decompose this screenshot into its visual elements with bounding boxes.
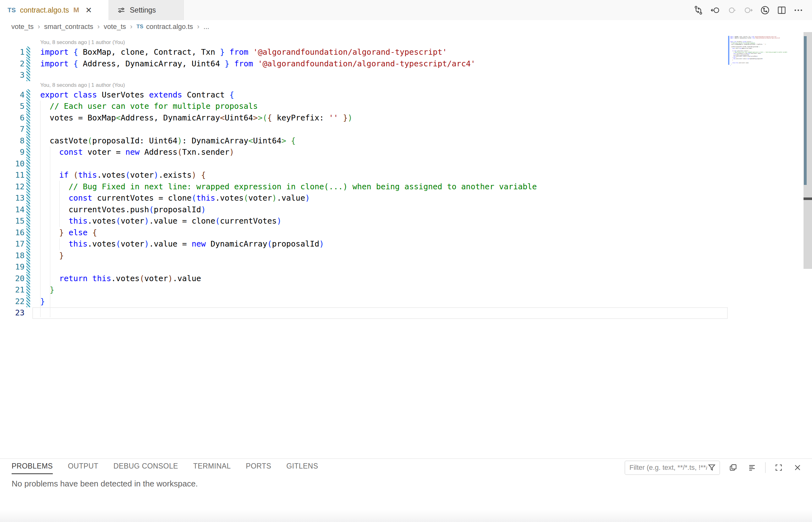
commit-graph-icon[interactable] [759, 4, 771, 16]
code-line-15[interactable]: 15 this.votes(voter).value = clone(curre… [0, 215, 812, 227]
code-line-5[interactable]: 5 // Each user can vote for multiple pro… [0, 101, 812, 112]
code-line-4[interactable]: 4export class UserVotes extends Contract… [0, 89, 812, 101]
git-added-gutter-marker [26, 124, 30, 135]
line-number[interactable]: 17 [0, 238, 24, 250]
breadcrumb-item[interactable]: vote_ts [104, 23, 126, 31]
code-line-16[interactable]: 16 } else { [0, 227, 812, 239]
code-line-18[interactable]: 18 } [0, 250, 812, 262]
code-line-13[interactable]: 13 const currentVotes = clone(this.votes… [0, 193, 812, 204]
problems-message: No problems have been detected in the wo… [12, 479, 198, 489]
panel-tab-terminal[interactable]: TERMINAL [193, 462, 231, 474]
scrollbar-thumb[interactable] [804, 32, 812, 269]
gitlens-blame-annotation[interactable]: You, 8 seconds ago | 1 author (You) [0, 81, 812, 89]
line-number[interactable]: 10 [0, 158, 24, 170]
code-text: import { Address, DynamicArray, Uint64 }… [40, 58, 476, 70]
line-number[interactable]: 3 [0, 69, 24, 81]
code-line-3[interactable]: 3 [0, 69, 812, 81]
code-line-6[interactable]: 6 votes = BoxMap<Address, DynamicArray<U… [0, 112, 812, 124]
code-line-9[interactable]: 9 const voter = new Address(Txn.sender) [0, 146, 812, 158]
close-panel-icon[interactable] [792, 462, 803, 473]
collapse-all-icon[interactable] [746, 462, 758, 473]
code-line-1[interactable]: 1import { BoxMap, clone, Contract, Txn }… [0, 46, 812, 58]
line-number[interactable]: 7 [0, 124, 24, 135]
line-number[interactable]: 14 [0, 204, 24, 216]
panel-tab-ports[interactable]: PORTS [246, 462, 271, 474]
code-line-3: 3 [730, 39, 794, 40]
more-actions-icon[interactable] [792, 4, 804, 16]
git-added-gutter-marker [26, 135, 30, 147]
code-line-10[interactable]: 10 [0, 158, 812, 170]
code-text: votes = BoxMap<Address, DynamicArray<Uin… [40, 112, 353, 124]
code-line-12[interactable]: 12 // Bug Fixed in next line: wrapped ex… [0, 181, 812, 193]
previous-change-icon[interactable] [709, 4, 721, 16]
git-added-gutter-marker [26, 181, 30, 193]
split-editor-icon[interactable] [776, 4, 787, 16]
code-line-8[interactable]: 8 castVote(proposalId: Uint64): DynamicA… [0, 135, 812, 147]
line-number[interactable]: 18 [0, 250, 24, 262]
line-number[interactable]: 8 [0, 135, 24, 147]
line-number[interactable]: 22 [0, 296, 24, 307]
tab-settings[interactable]: Settings [108, 0, 184, 20]
git-added-gutter-marker [26, 89, 30, 101]
line-number[interactable]: 20 [0, 273, 24, 285]
line-number[interactable]: 1 [0, 46, 24, 58]
panel-tab-gitlens[interactable]: GITLENS [286, 462, 318, 474]
line-number[interactable]: 13 [0, 193, 24, 204]
view-as-table-icon[interactable] [727, 462, 739, 473]
minimap-code: You, 8 seconds ago | 1 author (You)1impo… [730, 35, 794, 67]
editor-scrollbar[interactable] [804, 0, 812, 459]
breadcrumb-item[interactable]: smart_contracts [44, 23, 93, 31]
code-line-21[interactable]: 21 } [0, 284, 812, 296]
line-number[interactable]: 5 [0, 101, 24, 112]
line-number[interactable]: 11 [0, 169, 24, 181]
code-line-22[interactable]: 22} [0, 296, 812, 307]
git-added-gutter-marker [26, 261, 30, 273]
next-diff-icon[interactable] [743, 4, 754, 16]
previous-diff-icon[interactable] [726, 4, 737, 16]
code-text: castVote(proposalId: Uint64): DynamicArr… [40, 135, 296, 147]
panel-tabs: PROBLEMSOUTPUTDEBUG CONSOLETERMINALPORTS… [12, 462, 318, 474]
code-line-17[interactable]: 17 this.votes(voter).value = new Dynamic… [0, 238, 812, 250]
code-line-19[interactable]: 19 [0, 261, 812, 273]
typescript-file-icon: TS [137, 24, 143, 30]
open-changes-icon[interactable] [693, 4, 704, 16]
code-line-11[interactable]: 11 if (this.votes(voter).exists) { [0, 169, 812, 181]
line-number[interactable]: 16 [0, 227, 24, 239]
line-number[interactable]: 21 [0, 284, 24, 296]
problems-filter[interactable] [625, 461, 720, 475]
panel-tab-output[interactable]: OUTPUT [68, 462, 98, 474]
breadcrumb-item[interactable]: ... [204, 23, 209, 31]
code-line-20[interactable]: 20 return this.votes(voter).value [0, 273, 812, 285]
panel-tab-problems[interactable]: PROBLEMS [12, 462, 53, 474]
line-number[interactable]: 19 [0, 261, 24, 273]
panel-tab-debug-console[interactable]: DEBUG CONSOLE [113, 462, 178, 474]
code-text: currentVotes.push(proposalId) [40, 204, 206, 216]
line-number[interactable]: 15 [0, 215, 24, 227]
gitlens-blame-annotation[interactable]: You, 8 seconds ago | 1 author (You) [0, 38, 812, 46]
line-number[interactable]: 4 [0, 89, 24, 101]
maximize-panel-icon[interactable] [773, 462, 784, 473]
breadcrumb-item[interactable]: contract.algo.ts [146, 23, 193, 31]
code-line-23[interactable]: 23 [0, 307, 812, 319]
code-line-2[interactable]: 2import { Address, DynamicArray, Uint64 … [0, 58, 812, 70]
code-line-14[interactable]: 14 currentVotes.push(proposalId) [0, 204, 812, 216]
gutter-spacer [0, 81, 30, 89]
code-editor[interactable]: You, 8 seconds ago | 1 author (You)1impo… [0, 33, 812, 319]
git-added-gutter-marker [26, 169, 30, 181]
line-number[interactable]: 12 [0, 181, 24, 193]
code-line-7[interactable]: 7 [0, 124, 812, 135]
line-number[interactable]: 2 [0, 58, 24, 70]
git-added-gutter-marker [26, 238, 30, 250]
breadcrumb-item[interactable]: vote_ts [11, 23, 34, 31]
code-text: return this.votes(voter).value [40, 273, 201, 285]
bottom-panel: PROBLEMSOUTPUTDEBUG CONSOLETERMINALPORTS… [0, 459, 812, 522]
line-number[interactable]: 23 [0, 307, 24, 319]
tab-contract-algo-ts[interactable]: TS contract.algo.ts M ✕ [0, 0, 108, 20]
close-icon[interactable]: ✕ [85, 6, 92, 14]
line-number[interactable]: 9 [0, 146, 24, 158]
line-number[interactable]: 6 [0, 112, 24, 124]
git-added-gutter-marker [26, 227, 30, 239]
filter-input[interactable] [629, 463, 707, 472]
minimap[interactable]: You, 8 seconds ago | 1 author (You)1impo… [728, 35, 798, 111]
tab-label: Settings [130, 6, 156, 15]
